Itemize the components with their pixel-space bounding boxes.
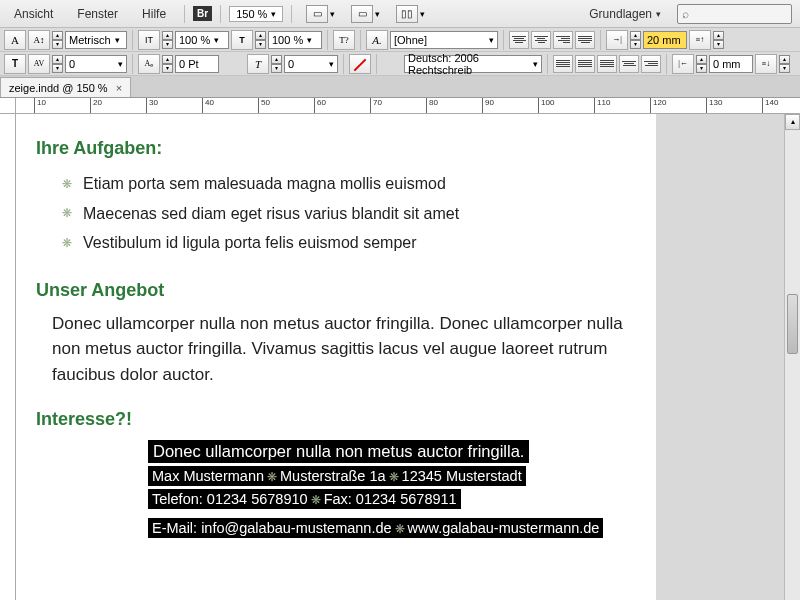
zoom-level-select[interactable]: 150 %▾ xyxy=(229,6,283,22)
baseline-field[interactable]: 0 Pt xyxy=(175,55,219,73)
screen-mode-icon[interactable]: ▭ xyxy=(351,5,373,23)
spinner[interactable]: ▴▾ xyxy=(162,31,173,49)
document-tab-bar: zeige.indd @ 150 % × xyxy=(0,76,800,98)
space-after-icon[interactable]: ≡↓ xyxy=(755,54,777,74)
tab-label: zeige.indd @ 150 % xyxy=(9,82,108,94)
spinner[interactable]: ▴▾ xyxy=(52,31,63,49)
char-formatting-icon[interactable]: A xyxy=(4,30,26,50)
spinner[interactable]: ▴▾ xyxy=(162,55,173,73)
align-left-button[interactable] xyxy=(509,31,529,49)
tracking-icon[interactable]: AV xyxy=(28,54,50,74)
spinner[interactable]: ▴▾ xyxy=(713,31,724,49)
close-tab-icon[interactable]: × xyxy=(116,82,122,94)
ruler-origin[interactable] xyxy=(0,98,16,113)
menubar: Ansicht Fenster Hilfe Br 150 %▾ ▭▾ ▭▾ ▯▯… xyxy=(0,0,800,28)
contact-phone: Telefon: 01234 5678910❋Fax: 01234 567891… xyxy=(148,489,461,509)
list-item: ❋Etiam porta sem malesuada magna mollis … xyxy=(60,169,636,199)
heading-interest: Interesse?! xyxy=(36,409,636,430)
flower-icon: ❋ xyxy=(60,236,73,249)
list-item: ❋Vestibulum id ligula porta felis euismo… xyxy=(60,228,636,258)
vertical-scrollbar[interactable]: ▴ ▾ xyxy=(784,114,800,600)
flower-icon: ❋ xyxy=(60,207,73,220)
view-mode-icon[interactable]: ▭ xyxy=(306,5,328,23)
vscale-icon[interactable]: IT xyxy=(138,30,160,50)
task-list: ❋Etiam porta sem malesuada magna mollis … xyxy=(60,169,636,258)
contact-address: Max Mustermann❋Musterstraße 1a❋12345 Mus… xyxy=(148,466,526,486)
control-panel: A A↕ ▴▾ Metrisch▾ IT ▴▾ 100 %▾ T ▴▾ 100 … xyxy=(0,28,800,76)
menu-ansicht[interactable]: Ansicht xyxy=(4,5,63,23)
spinner[interactable]: ▴▾ xyxy=(779,55,790,73)
arrange-icon[interactable]: ▯▯ xyxy=(396,5,418,23)
list-item: ❋Maecenas sed diam eget risus varius bla… xyxy=(60,199,636,229)
baseline-icon[interactable]: T? xyxy=(333,30,355,50)
vertical-ruler[interactable] xyxy=(0,114,16,600)
para-formatting-icon[interactable]: T xyxy=(4,54,26,74)
contact-headline: Donec ullamcorper nulla non metus auctor… xyxy=(148,440,529,463)
spinner[interactable]: ▴▾ xyxy=(255,31,266,49)
vscale-select[interactable]: 100 %▾ xyxy=(175,31,229,49)
bridge-icon[interactable]: Br xyxy=(193,6,212,21)
canvas-area: Ihre Aufgaben: ❋Etiam porta sem malesuad… xyxy=(16,114,784,600)
contact-email: E-Mail: info@galabau-mustemann.de❋www.ga… xyxy=(148,518,603,538)
align-toward-spine-button[interactable] xyxy=(619,55,639,73)
tracking-field[interactable]: 0▾ xyxy=(65,55,127,73)
spinner[interactable]: ▴▾ xyxy=(630,31,641,49)
align-center-button[interactable] xyxy=(531,31,551,49)
document-tab[interactable]: zeige.indd @ 150 % × xyxy=(0,77,131,97)
contact-block: Donec ullamcorper nulla non metus auctor… xyxy=(148,440,636,541)
skew-icon[interactable]: T xyxy=(247,54,269,74)
align-away-spine-button[interactable] xyxy=(641,55,661,73)
no-fill-icon[interactable] xyxy=(349,54,371,74)
horizontal-ruler[interactable]: 102030405060708090100110120130140 xyxy=(16,98,800,113)
indent-left-icon[interactable]: →| xyxy=(606,30,628,50)
menu-hilfe[interactable]: Hilfe xyxy=(132,5,176,23)
flower-icon: ❋ xyxy=(60,177,73,190)
indent-right-icon[interactable]: |← xyxy=(672,54,694,74)
justify-all-center-button[interactable] xyxy=(575,55,595,73)
search-input[interactable] xyxy=(677,4,792,24)
space-before-icon[interactable]: ≡↑ xyxy=(689,30,711,50)
workspace-switcher[interactable]: Grundlagen▾ xyxy=(581,5,669,23)
fill-color-icon[interactable]: A. xyxy=(366,30,388,50)
indent-left-field[interactable]: 20 mm xyxy=(643,31,687,49)
heading-offer: Unser Angebot xyxy=(36,280,636,301)
indent-right-field[interactable]: 0 mm xyxy=(709,55,753,73)
char-panel-icon[interactable]: A↕ xyxy=(28,30,50,50)
scroll-up-button[interactable]: ▴ xyxy=(785,114,800,130)
menu-fenster[interactable]: Fenster xyxy=(67,5,128,23)
char-style-select[interactable]: [Ohne]▾ xyxy=(390,31,498,49)
kerning-select[interactable]: Metrisch▾ xyxy=(65,31,127,49)
justify-button[interactable] xyxy=(575,31,595,49)
language-select[interactable]: Deutsch: 2006 Rechtschreib▾ xyxy=(404,55,542,73)
hscale-icon[interactable]: T xyxy=(231,30,253,50)
skew-field[interactable]: 0▾ xyxy=(284,55,338,73)
justify-all-right-button[interactable] xyxy=(597,55,617,73)
scroll-thumb[interactable] xyxy=(787,294,798,354)
heading-tasks: Ihre Aufgaben: xyxy=(36,138,636,159)
justify-all-left-button[interactable] xyxy=(553,55,573,73)
offer-paragraph: Donec ullamcorper nulla non metus auctor… xyxy=(52,311,636,388)
baseline-shift-icon[interactable]: Aₐ xyxy=(138,54,160,74)
spinner[interactable]: ▴▾ xyxy=(271,55,282,73)
spinner[interactable]: ▴▾ xyxy=(696,55,707,73)
align-right-button[interactable] xyxy=(553,31,573,49)
spinner[interactable]: ▴▾ xyxy=(52,55,63,73)
document-page[interactable]: Ihre Aufgaben: ❋Etiam porta sem malesuad… xyxy=(16,114,656,600)
hscale-select[interactable]: 100 %▾ xyxy=(268,31,322,49)
